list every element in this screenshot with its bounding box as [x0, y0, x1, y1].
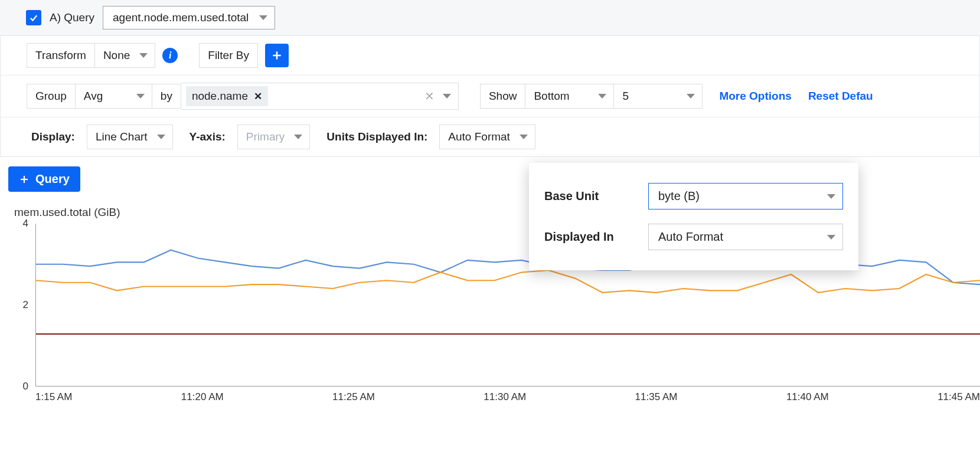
base-unit-row: Base Unit byte (B) — [544, 176, 843, 217]
series-c-line — [36, 333, 980, 335]
group-row: Group Avg by node.name ✕ ✕ Show Bottom 5… — [1, 76, 979, 117]
chevron-down-icon — [259, 15, 267, 20]
chevron-down-icon — [827, 235, 835, 240]
group-by-tags-input[interactable]: node.name ✕ ✕ — [181, 83, 459, 110]
chevron-down-icon — [687, 94, 695, 99]
x-tick: 11:35 AM — [635, 391, 678, 407]
transform-select[interactable]: None — [95, 43, 155, 68]
tag-label: node.name — [192, 90, 248, 103]
displayed-in-label: Displayed In — [544, 230, 614, 244]
chevron-down-icon — [157, 135, 165, 139]
metric-select-value: agent.node.mem.used.total — [113, 11, 249, 24]
yaxis-value: Primary — [246, 130, 285, 143]
info-icon[interactable]: i — [162, 48, 178, 63]
display-label: Display: — [27, 130, 80, 143]
x-tick: 11:45 AM — [937, 391, 980, 407]
display-row: Display: Line Chart Y-axis: Primary Unit… — [1, 117, 979, 156]
x-tick: 11:40 AM — [786, 391, 829, 407]
yaxis-select[interactable]: Primary — [237, 125, 310, 149]
show-limit-select[interactable]: 5 — [614, 84, 703, 109]
group-by-tag: node.name ✕ — [186, 86, 268, 106]
units-value: Auto Format — [448, 130, 510, 143]
add-filter-button[interactable] — [265, 44, 289, 67]
chevron-down-icon — [443, 94, 451, 99]
chevron-down-icon — [139, 53, 148, 58]
displayed-in-row: Displayed In Auto Format — [544, 217, 843, 257]
query-config-panel: Transform None i Filter By Group Avg by … — [0, 36, 980, 157]
transform-row: Transform None i Filter By — [1, 36, 979, 76]
transform-value: None — [103, 49, 130, 62]
aggregation-value: Avg — [84, 90, 103, 103]
reset-defaults-link[interactable]: Reset Defau — [803, 90, 878, 103]
units-popup: Base Unit byte (B) Displayed In Auto For… — [529, 163, 858, 270]
yaxis-label: Y-axis: — [185, 130, 230, 143]
show-limit-value: 5 — [622, 90, 629, 103]
chevron-down-icon — [827, 194, 835, 199]
displayed-in-value: Auto Format — [658, 230, 723, 243]
display-type-select[interactable]: Line Chart — [87, 125, 173, 149]
x-tick: 11:20 AM — [181, 391, 224, 407]
y-tick: 2 — [23, 299, 28, 311]
query-header: A) Query agent.node.mem.used.total — [0, 0, 980, 36]
base-unit-label: Base Unit — [544, 189, 599, 203]
show-direction-select[interactable]: Bottom — [525, 84, 614, 109]
chevron-down-icon — [294, 135, 302, 139]
show-direction-value: Bottom — [534, 90, 569, 103]
x-tick: 11:30 AM — [484, 391, 526, 407]
aggregation-select[interactable]: Avg — [76, 84, 152, 109]
series-b-line — [36, 270, 980, 293]
metric-select[interactable]: agent.node.mem.used.total — [103, 6, 275, 30]
show-label: Show — [480, 84, 526, 109]
base-unit-value: byte (B) — [658, 189, 700, 202]
base-unit-select[interactable]: byte (B) — [648, 183, 843, 209]
x-axis: 1:15 AM 11:20 AM 11:25 AM 11:30 AM 11:35… — [35, 391, 980, 407]
query-enabled-checkbox[interactable] — [26, 10, 41, 25]
units-label: Units Displayed In: — [322, 130, 432, 143]
chevron-down-icon — [598, 94, 606, 99]
y-tick: 0 — [23, 381, 28, 392]
y-tick: 4 — [23, 218, 28, 230]
display-type-value: Line Chart — [96, 130, 148, 143]
clear-tags-icon[interactable]: ✕ — [424, 89, 435, 103]
chevron-down-icon — [136, 94, 145, 99]
x-tick: 1:15 AM — [35, 391, 72, 407]
add-query-button[interactable]: Query — [8, 166, 80, 192]
transform-label: Transform — [27, 43, 95, 68]
group-label: Group — [27, 84, 76, 109]
by-label: by — [152, 84, 181, 109]
filter-by-label: Filter By — [199, 43, 258, 68]
units-select[interactable]: Auto Format — [439, 125, 535, 149]
query-label: A) Query — [50, 11, 94, 24]
remove-tag-icon[interactable]: ✕ — [254, 90, 262, 103]
displayed-in-select[interactable]: Auto Format — [648, 224, 843, 250]
add-query-label: Query — [35, 172, 70, 186]
more-options-link[interactable]: More Options — [714, 90, 796, 103]
x-tick: 11:25 AM — [332, 391, 375, 407]
y-axis: 4 2 0 — [12, 224, 32, 387]
chevron-down-icon — [520, 135, 528, 139]
